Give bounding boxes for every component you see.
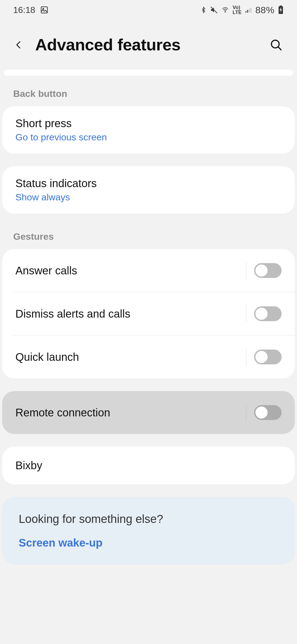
bixby-title: Bixby: [15, 459, 282, 472]
picture-icon: [40, 6, 48, 14]
quick-launch-row[interactable]: Quick launch: [2, 335, 295, 378]
battery-percent: 88%: [255, 5, 274, 15]
svg-rect-4: [246, 11, 246, 13]
signal-icon: [245, 7, 252, 13]
answer-calls-toggle[interactable]: [254, 263, 282, 278]
svg-rect-0: [41, 7, 48, 13]
gestures-card: Answer calls Dismiss alerts and calls Qu…: [2, 249, 295, 378]
header-divider: [4, 70, 293, 76]
bixby-card[interactable]: Bixby: [2, 447, 295, 484]
quick-launch-toggle[interactable]: [254, 350, 282, 364]
status-indicators-value: Show always: [15, 192, 282, 203]
wifi-icon: [221, 7, 229, 13]
svg-point-3: [225, 12, 226, 12]
quick-launch-title: Quick launch: [15, 351, 246, 363]
remote-connection-toggle[interactable]: [254, 405, 282, 420]
dismiss-row[interactable]: Dismiss alerts and calls: [2, 292, 295, 335]
answer-calls-row[interactable]: Answer calls: [2, 249, 295, 292]
looking-for-prompt: Looking for something else?: [19, 512, 278, 526]
screen-wake-up-link[interactable]: Screen wake-up: [19, 537, 278, 549]
section-gestures-label: Gestures: [0, 226, 297, 249]
remote-connection-card[interactable]: Remote connection: [2, 391, 295, 434]
battery-charging-icon: [278, 6, 284, 14]
page-title: Advanced features: [35, 35, 258, 54]
svg-rect-9: [280, 6, 282, 7]
search-button[interactable]: [268, 37, 284, 53]
status-indicators-card[interactable]: Status indicators Show always: [2, 166, 295, 214]
short-press-value: Go to previous screen: [15, 132, 282, 143]
volte-icon: Vo)LTE: [233, 5, 242, 15]
dismiss-toggle[interactable]: [254, 306, 282, 321]
toggle-divider: [246, 262, 246, 279]
svg-rect-5: [247, 10, 248, 13]
toggle-divider: [246, 348, 246, 366]
svg-rect-6: [249, 9, 250, 13]
status-time: 16:18: [13, 5, 35, 15]
back-button[interactable]: [12, 38, 25, 51]
search-icon: [270, 38, 283, 51]
answer-calls-title: Answer calls: [15, 264, 246, 277]
toggle-divider: [246, 305, 246, 323]
svg-point-1: [43, 8, 44, 9]
looking-for-card: Looking for something else? Screen wake-…: [2, 497, 295, 564]
chevron-left-icon: [14, 38, 23, 52]
toggle-divider: [246, 404, 246, 421]
dismiss-title: Dismiss alerts and calls: [15, 308, 246, 320]
svg-rect-7: [251, 8, 251, 13]
short-press-card[interactable]: Short press Go to previous screen: [2, 106, 295, 154]
svg-line-11: [278, 47, 281, 50]
remote-connection-title: Remote connection: [15, 406, 246, 419]
section-back-button-label: Back button: [0, 83, 297, 106]
bluetooth-icon: [200, 6, 207, 14]
status-indicators-title: Status indicators: [15, 177, 282, 190]
page-header: Advanced features: [0, 20, 297, 70]
short-press-title: Short press: [15, 117, 282, 130]
mute-icon: [210, 6, 218, 14]
status-bar: 16:18: [0, 0, 297, 20]
